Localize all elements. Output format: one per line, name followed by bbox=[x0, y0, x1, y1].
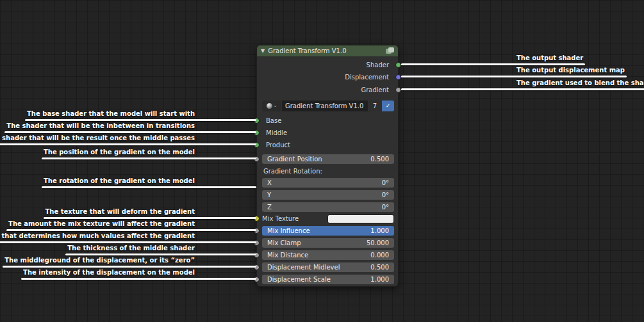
annotation-leader-line bbox=[0, 241, 256, 243]
output-label-gradient: Gradient bbox=[361, 85, 389, 95]
input-label-base: Base bbox=[266, 116, 281, 125]
annotation-text: The clamp that determines how much value… bbox=[0, 232, 256, 240]
collapse-arrow-icon[interactable]: ▼ bbox=[261, 45, 265, 56]
chevron-down-icon: ⌄ bbox=[274, 103, 277, 109]
annotation-mix-clamp: The clamp that determines how much value… bbox=[0, 232, 256, 243]
annotation-leader-line bbox=[65, 254, 256, 255]
annotation-text: The position of the gradient on the mode… bbox=[42, 149, 256, 156]
node-title: Gradient Transform V1.0 bbox=[268, 47, 383, 54]
annotation-gradient-position: The position of the gradient on the mode… bbox=[42, 149, 256, 159]
field-label: Gradient Position bbox=[267, 156, 322, 163]
field-label: X bbox=[267, 179, 272, 186]
annotation-leader-line bbox=[4, 131, 256, 133]
mix-clamp-field[interactable]: Mix Clamp 50.000 bbox=[262, 238, 394, 248]
annotation-text: The middleground of the displacement, or… bbox=[3, 257, 256, 264]
field-value: 0.500 bbox=[370, 264, 389, 271]
gradient-transform-node[interactable]: ▼ Gradient Transform V1.0 Shader Displac… bbox=[256, 45, 399, 287]
annotation-displacement-scale: The intensity of the displacement on the… bbox=[21, 269, 256, 280]
annotation-leader-line bbox=[401, 76, 627, 77]
annotation-output-displacement: The output displacement map bbox=[401, 67, 627, 77]
annotation-text: The amount the mix texture will affect t… bbox=[6, 220, 256, 228]
displacement-midlevel-field[interactable]: Displacement Midlevel 0.500 bbox=[262, 262, 394, 272]
group-name-field[interactable]: Gradient Transform V1.0 bbox=[282, 101, 368, 111]
rotation-y-field[interactable]: Y 0° bbox=[262, 190, 394, 200]
annotation-leader-line bbox=[42, 157, 256, 159]
mix-texture-row: Mix Texture bbox=[262, 214, 394, 223]
annotation-leader-line bbox=[401, 88, 644, 90]
annotation-mix-texture: The texture that will deform the gradien… bbox=[44, 208, 257, 219]
annotation-product: The shader that will be the result once … bbox=[0, 134, 256, 145]
field-value: 0.000 bbox=[370, 252, 389, 259]
annotation-text: The gradient used to blend the shaders bbox=[401, 79, 644, 87]
annotation-leader-line bbox=[401, 63, 585, 65]
annotation-leader-line bbox=[44, 217, 257, 219]
field-value: 0° bbox=[382, 191, 389, 198]
output-label-displacement: Displacement bbox=[345, 72, 389, 82]
field-value: 0° bbox=[382, 179, 389, 186]
annotation-output-shader: The output shader bbox=[401, 54, 585, 65]
annotation-text: The shader that will be the result once … bbox=[0, 134, 256, 142]
annotation-leader-line bbox=[42, 186, 256, 188]
rotation-x-field[interactable]: X 0° bbox=[262, 178, 394, 188]
material-sphere-icon bbox=[267, 103, 272, 109]
field-label: Displacement Midlevel bbox=[267, 264, 340, 271]
annotation-leader-line bbox=[3, 266, 256, 268]
node-editor-canvas[interactable]: ▼ Gradient Transform V1.0 Shader Displac… bbox=[0, 0, 644, 322]
annotation-gradient-rotation: The rotation of the gradient on the mode… bbox=[42, 177, 256, 188]
field-label: Mix Distance bbox=[267, 252, 308, 259]
field-label: Y bbox=[267, 191, 271, 198]
annotation-mix-influence: The amount the mix texture will affect t… bbox=[6, 220, 256, 231]
node-group-icon bbox=[386, 47, 394, 54]
annotation-output-gradient: The gradient used to blend the shaders bbox=[401, 79, 644, 90]
annotation-text: The intensity of the displacement on the… bbox=[21, 269, 256, 277]
annotation-text: The texture that will deform the gradien… bbox=[44, 208, 257, 216]
field-label: Z bbox=[267, 204, 272, 211]
field-value: 1.000 bbox=[370, 276, 389, 283]
annotation-leader-line bbox=[25, 119, 256, 121]
socket-output-gradient[interactable] bbox=[395, 87, 401, 93]
annotation-leader-line bbox=[6, 229, 256, 231]
field-label: Mix Clamp bbox=[267, 239, 301, 246]
gradient-rotation-heading: Gradient Rotation: bbox=[263, 166, 322, 176]
rotation-z-field[interactable]: Z 0° bbox=[262, 202, 394, 212]
group-user-count[interactable]: 7 bbox=[368, 101, 381, 111]
annotation-middle: The shader that will be the inbetween in… bbox=[4, 122, 256, 133]
annotation-text: The output shader bbox=[401, 54, 585, 62]
input-label-product: Product bbox=[266, 140, 290, 150]
displacement-scale-field[interactable]: Displacement Scale 1.000 bbox=[262, 275, 394, 284]
annotation-base: The base shader that the model will star… bbox=[25, 110, 256, 121]
annotation-text: The rotation of the gradient on the mode… bbox=[42, 177, 256, 185]
mix-texture-swatch[interactable] bbox=[327, 214, 394, 223]
browse-group-button[interactable]: ⌄ bbox=[262, 101, 281, 111]
socket-output-displacement[interactable] bbox=[395, 74, 401, 80]
gradient-position-field[interactable]: Gradient Position 0.500 bbox=[262, 154, 394, 164]
annotation-text: The output displacement map bbox=[401, 67, 627, 74]
annotation-text: The base shader that the model will star… bbox=[25, 110, 256, 118]
mix-texture-label: Mix Texture bbox=[262, 215, 299, 222]
annotation-text: The thickness of the middle shader bbox=[65, 245, 256, 252]
field-value: 0.500 bbox=[370, 156, 389, 163]
mix-distance-field[interactable]: Mix Distance 0.000 bbox=[262, 250, 394, 260]
field-value: 1.000 bbox=[370, 227, 389, 234]
annotation-text: The shader that will be the inbetween in… bbox=[4, 122, 256, 130]
node-header[interactable]: ▼ Gradient Transform V1.0 bbox=[257, 45, 398, 56]
annotation-leader-line bbox=[0, 143, 256, 145]
annotation-mix-distance: The thickness of the middle shader bbox=[65, 245, 256, 255]
annotation-leader-line bbox=[21, 278, 256, 280]
input-label-middle: Middle bbox=[266, 128, 287, 138]
socket-output-shader[interactable] bbox=[395, 62, 401, 68]
mix-influence-field[interactable]: Mix Influence 1.000 bbox=[262, 226, 394, 236]
field-value: 0° bbox=[382, 204, 389, 211]
field-label: Mix Influence bbox=[267, 227, 310, 234]
fake-user-checkbox[interactable]: ✓ bbox=[382, 101, 394, 111]
output-label-shader: Shader bbox=[367, 60, 389, 70]
annotation-displacement-midlevel: The middleground of the displacement, or… bbox=[3, 257, 256, 268]
field-label: Displacement Scale bbox=[267, 276, 331, 283]
field-value: 50.000 bbox=[367, 239, 389, 246]
node-group-selector: ⌄ Gradient Transform V1.0 7 ✓ bbox=[262, 101, 394, 111]
